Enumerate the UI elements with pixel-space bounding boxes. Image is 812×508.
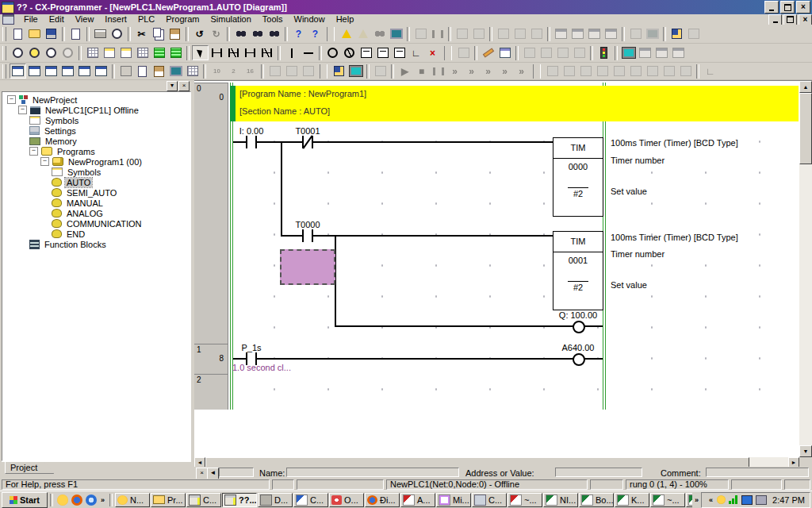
new-closed-coil-button[interactable] (341, 45, 358, 60)
new-button[interactable] (10, 26, 26, 41)
watch-close-button[interactable]: × (196, 468, 208, 479)
new-inverted-instruction-button[interactable] (391, 45, 408, 60)
tree-expander-icon[interactable]: − (29, 147, 38, 156)
rung-margin-2[interactable]: 2 (194, 374, 228, 410)
menu-plc[interactable]: PLC (132, 14, 160, 25)
tree-expander-icon[interactable]: − (18, 106, 27, 114)
tim-instruction-2[interactable]: TIM 0001 #2 (553, 231, 603, 310)
new-or-closed-contact-button[interactable] (259, 45, 275, 60)
toggle-cross-reference-button[interactable] (59, 64, 76, 79)
taskbar-task-n[interactable]: N... (115, 493, 150, 507)
tree-item-manual[interactable]: MANUAL (2, 198, 190, 208)
child-minimize-button[interactable] (768, 14, 782, 25)
delete-tool-button[interactable]: × (424, 45, 441, 60)
edit-comments-button[interactable] (480, 45, 496, 60)
scroll-up-button[interactable]: ▲ (799, 81, 812, 93)
new-closed-contact-button[interactable] (225, 45, 242, 60)
show-monitoring-pairs-button[interactable] (167, 45, 184, 60)
compile-button[interactable] (338, 26, 354, 41)
tree-item-auto[interactable]: AUTO (2, 177, 190, 187)
quick-launch-firefox-icon[interactable] (71, 495, 82, 506)
selection-tool-button[interactable] (192, 45, 209, 60)
vertical-scroll-thumb[interactable] (799, 93, 812, 164)
edit-rungs-button[interactable] (496, 45, 513, 60)
workspace-close-button[interactable]: × (178, 81, 190, 91)
restore-button[interactable] (780, 1, 795, 13)
horizontal-line-tool-button[interactable] (300, 45, 316, 60)
taskbar-task-d[interactable]: D... (258, 493, 293, 507)
tree-item-function-blocks[interactable]: Function Blocks (2, 239, 190, 249)
watch-prev-button[interactable]: ◄ (207, 468, 219, 479)
print-options-button[interactable] (67, 26, 84, 41)
taskbar-task-mi[interactable]: Mi... (436, 493, 471, 507)
child-window-icon[interactable] (2, 14, 14, 25)
show-all-comments-button[interactable] (101, 45, 117, 60)
run-simulator-button[interactable] (347, 64, 364, 79)
taskbar-task-c[interactable]: C... (293, 493, 328, 507)
taskbar-task-i[interactable]: Đi... (365, 493, 400, 507)
rung-margin-0[interactable]: 0 0 (194, 83, 228, 344)
new-instruction-block-button[interactable] (374, 45, 391, 60)
tree-item-newplc1-cp1l-offline[interactable]: −NewPLC1[CP1L] Offline (2, 105, 190, 115)
start-button[interactable]: Start (2, 492, 48, 508)
cut-button[interactable]: ✂ (133, 26, 150, 41)
task-overflow-chevron[interactable]: » (695, 496, 699, 504)
taskbar-task-[interactable]: ~... (686, 493, 692, 507)
show-monitoring-button[interactable] (151, 45, 167, 60)
zoom-in-button[interactable] (10, 45, 26, 60)
close-button[interactable]: × (796, 1, 810, 13)
tree-item-programs[interactable]: −Programs (2, 146, 190, 156)
taskbar-task-a[interactable]: A... (400, 493, 435, 507)
menu-insert[interactable]: Insert (99, 14, 132, 25)
clipboard-view-button[interactable] (151, 64, 167, 79)
child-restore-button[interactable] (783, 14, 797, 25)
work-online-simulator-button[interactable] (331, 64, 347, 79)
search-symbol-button[interactable] (266, 26, 282, 41)
watch-window-button[interactable] (620, 45, 637, 60)
tree-item-analog[interactable]: ANALOG (2, 208, 190, 218)
toggle-grid-button[interactable] (84, 45, 101, 60)
new-coil-button[interactable] (324, 45, 341, 60)
taskbar-task-k[interactable]: K... (615, 493, 649, 507)
new-or-contact-button[interactable] (242, 45, 259, 60)
tree-item-symbols[interactable]: Symbols (2, 115, 190, 125)
output-warning-button[interactable] (388, 26, 404, 41)
menu-help[interactable]: Help (331, 14, 360, 25)
tree-item-semi-auto[interactable]: SEMI_AUTO (2, 187, 190, 198)
monitor-view-button[interactable] (167, 64, 184, 79)
taskbar-task-[interactable]: ??... (222, 493, 257, 507)
toggle-output-window-button[interactable] (26, 64, 43, 79)
tree-item-end[interactable]: END (2, 229, 190, 239)
new-instruction-button[interactable] (358, 45, 374, 60)
tree-item-newprogram1-00[interactable]: −NewProgram1 (00) (2, 156, 190, 167)
scroll-down-button[interactable]: ▼ (799, 445, 812, 457)
menu-window[interactable]: Window (289, 14, 331, 25)
tray-signal-icon[interactable] (729, 495, 738, 504)
show-program-comments-button[interactable] (117, 45, 134, 60)
show-rung-annotations-button[interactable] (134, 45, 151, 60)
ladder-canvas[interactable]: [Program Name : NewProgram1] [Section Na… (228, 81, 799, 457)
tree-item-communication[interactable]: COMMUNICATION (2, 218, 190, 229)
new-view-button[interactable] (134, 64, 151, 79)
watch-index-field[interactable] (219, 468, 254, 477)
context-help-button[interactable]: ? (307, 26, 324, 41)
copy-button[interactable] (150, 26, 167, 41)
tree-item-settings[interactable]: Settings (2, 125, 190, 136)
zoom-out-button[interactable] (43, 45, 59, 60)
print-preview-button[interactable] (109, 26, 125, 41)
tree-item-newproject[interactable]: −NewProject (2, 94, 190, 105)
comment-field[interactable] (706, 468, 809, 477)
toggle-address-reference-button[interactable] (93, 64, 109, 79)
find-replace-button[interactable] (249, 26, 266, 41)
data-trace-button[interactable] (184, 64, 201, 79)
contact-normally-open[interactable] (302, 229, 313, 242)
tree-item-memory[interactable]: Memory (2, 136, 190, 146)
taskbar-task-o[interactable]: O... (329, 493, 364, 507)
contact-normally-open[interactable] (246, 136, 257, 148)
tray-msn-icon[interactable] (717, 495, 726, 504)
quick-launch-msn-icon[interactable] (57, 495, 68, 506)
toggle-local-symbols-button[interactable] (76, 64, 93, 79)
vertical-line-tool-button[interactable] (283, 45, 300, 60)
menu-view[interactable]: View (70, 14, 100, 25)
zoom-to-fit-button[interactable] (26, 45, 43, 60)
